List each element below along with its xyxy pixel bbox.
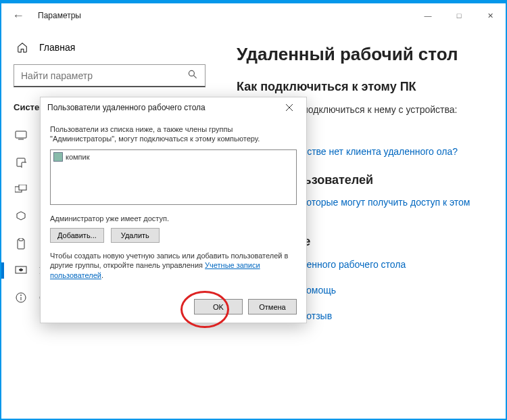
svg-point-0 [189,70,194,76]
svg-rect-7 [19,185,26,190]
ok-button[interactable]: OK [194,299,243,314]
user-list[interactable]: компик [50,149,297,205]
nav-home-label: Главная [39,42,75,53]
remove-user-button[interactable]: Удалить [111,228,160,243]
shared-icon [15,210,27,223]
add-user-button[interactable]: Добавить... [50,228,104,243]
user-icon [53,152,63,162]
section-connect-title: Как подключиться к этому ПК [237,80,492,94]
svg-rect-2 [16,131,26,138]
maximize-button[interactable]: □ [443,5,475,26]
search-input-container[interactable] [14,64,206,87]
dialog-close-button[interactable] [279,99,299,116]
remote-desktop-icon [15,264,27,277]
back-button[interactable]: ← [8,5,28,26]
cancel-button[interactable]: Отмена [248,299,297,314]
search-icon [187,69,198,83]
remote-users-dialog: Пользователи удаленного рабочего стола П… [40,97,307,323]
clipboard-icon [15,237,27,250]
display-icon [15,129,27,141]
dialog-title: Пользователи удаленного рабочего стола [47,103,206,112]
admin-note: Администратор уже имеет доступ. [50,214,297,223]
home-icon [16,41,28,53]
close-window-button[interactable]: ✕ [475,5,506,26]
svg-rect-5 [22,162,26,168]
user-name: компик [66,153,90,161]
info-icon [15,291,27,304]
tablet-icon [15,156,27,168]
user-list-item[interactable]: компик [52,151,295,162]
page-title: Удаленный рабочий стол [237,44,492,65]
svg-rect-9 [19,238,23,241]
nav-home[interactable]: Главная [14,36,206,64]
svg-line-1 [194,75,197,78]
dialog-note: Чтобы создать новую учетную запись или д… [50,251,297,281]
svg-point-13 [20,295,21,296]
window-title: Параметры [38,11,81,20]
minimize-button[interactable]: ― [412,5,443,26]
multitask-icon [15,183,27,195]
dialog-description: Пользователи из списка ниже, а также чле… [50,124,297,144]
search-input[interactable] [21,70,187,81]
